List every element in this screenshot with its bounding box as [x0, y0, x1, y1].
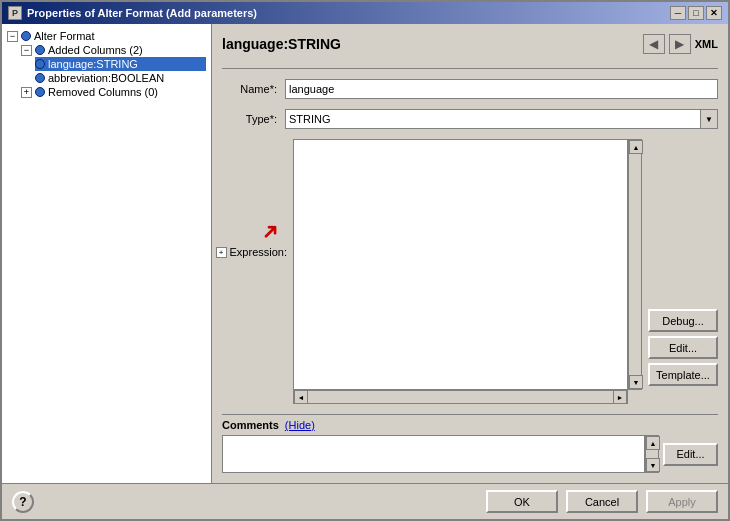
tree-item2-row: abbreviation:BOOLEAN [7, 71, 206, 85]
expression-checkbox[interactable]: + [216, 247, 227, 258]
right-panel: language:STRING ◀ ▶ XML Name*: Type*: ST… [212, 24, 728, 483]
comments-hide-button[interactable]: (Hide) [285, 419, 315, 431]
expression-left: ➜ + Expression: [222, 139, 287, 404]
main-content: − Alter Format − Added Columns (2) langu… [2, 24, 728, 483]
comments-textbox[interactable] [222, 435, 645, 473]
tree-item1-row: language:STRING [7, 57, 206, 71]
comments-area: ▲ ▼ Edit... [222, 435, 718, 473]
vscroll-track [629, 154, 641, 375]
type-select[interactable]: STRING BOOLEAN INTEGER FLOAT DATE [285, 109, 718, 129]
removed-columns-label: Removed Columns (0) [48, 86, 158, 98]
removed-columns-row: + Removed Columns (0) [7, 85, 206, 99]
ok-button[interactable]: OK [486, 490, 558, 513]
expression-hscrollbar: ◄ ► [293, 390, 628, 404]
apply-button[interactable]: Apply [646, 490, 718, 513]
close-button[interactable]: ✕ [706, 6, 722, 20]
expression-wrapper: ▲ ▼ ◄ ► [293, 139, 642, 404]
h-scrollbar-row: ◄ ► [293, 390, 642, 404]
tree-root[interactable]: − Alter Format [7, 29, 206, 43]
maximize-button[interactable]: □ [688, 6, 704, 20]
name-label: Name*: [222, 83, 277, 95]
tree-item-language[interactable]: language:STRING [35, 57, 206, 71]
comments-edit-button[interactable]: Edit... [663, 443, 718, 466]
tree-expand-removed[interactable]: + [21, 87, 32, 98]
root-label: Alter Format [34, 30, 95, 42]
added-columns-label: Added Columns (2) [48, 44, 143, 56]
expression-textbox[interactable] [293, 139, 628, 390]
comments-scroll-track [646, 450, 658, 458]
panel-title: language:STRING [222, 36, 341, 52]
xml-label[interactable]: XML [695, 38, 718, 50]
window-title: Properties of Alter Format (Add paramete… [27, 7, 257, 19]
added-columns-row: − Added Columns (2) [7, 43, 206, 57]
template-button[interactable]: Template... [648, 363, 718, 386]
root-icon [21, 31, 31, 41]
type-label: Type*: [222, 113, 277, 125]
abbreviation-label: abbreviation:BOOLEAN [48, 72, 164, 84]
abbreviation-icon [35, 73, 45, 83]
main-window: P Properties of Alter Format (Add parame… [0, 0, 730, 521]
nav-back-button[interactable]: ◀ [643, 34, 665, 54]
type-select-arrow[interactable]: ▼ [700, 109, 718, 129]
right-panel-header: language:STRING ◀ ▶ XML [222, 34, 718, 54]
expression-buttons: Debug... Edit... Template... [648, 139, 718, 404]
expression-section: ➜ + Expression: ▲ [222, 139, 718, 404]
title-bar-left: P Properties of Alter Format (Add parame… [8, 6, 257, 20]
name-input[interactable] [285, 79, 718, 99]
cancel-button[interactable]: Cancel [566, 490, 638, 513]
added-columns-icon [35, 45, 45, 55]
title-bar: P Properties of Alter Format (Add parame… [2, 2, 728, 24]
vscroll-up-btn[interactable]: ▲ [629, 140, 643, 154]
tree-added-columns[interactable]: − Added Columns (2) [21, 43, 206, 57]
comments-section: Comments (Hide) ▲ ▼ Edit... [222, 410, 718, 473]
language-icon [35, 59, 45, 69]
tree-item-abbreviation[interactable]: abbreviation:BOOLEAN [35, 71, 206, 85]
type-select-wrapper: STRING BOOLEAN INTEGER FLOAT DATE ▼ [285, 109, 718, 129]
tree-expand-root[interactable]: − [7, 31, 18, 42]
help-button[interactable]: ? [12, 491, 34, 513]
type-row: Type*: STRING BOOLEAN INTEGER FLOAT DATE… [222, 109, 718, 129]
name-row: Name*: [222, 79, 718, 99]
header-nav: ◀ ▶ XML [643, 34, 718, 54]
hscroll-left-btn[interactable]: ◄ [294, 390, 308, 404]
nav-forward-button[interactable]: ▶ [669, 34, 691, 54]
minimize-button[interactable]: ─ [670, 6, 686, 20]
removed-columns-icon [35, 87, 45, 97]
comments-divider [222, 414, 718, 415]
scrollbar-corner [628, 390, 642, 404]
expression-label: Expression: [230, 246, 287, 258]
header-divider [222, 68, 718, 69]
vscroll-down-btn[interactable]: ▼ [629, 375, 643, 389]
arrow-indicator: ➜ [254, 216, 285, 247]
tree-removed-columns[interactable]: + Removed Columns (0) [21, 85, 206, 99]
comments-scroll-up[interactable]: ▲ [646, 436, 660, 450]
footer-buttons: OK Cancel Apply [486, 490, 718, 513]
title-bar-buttons: ─ □ ✕ [670, 6, 722, 20]
window-icon: P [8, 6, 22, 20]
comments-label: Comments [222, 419, 279, 431]
comments-header: Comments (Hide) [222, 419, 718, 431]
hscroll-right-btn[interactable]: ► [613, 390, 627, 404]
language-label: language:STRING [48, 58, 138, 70]
expression-label-row: + Expression: [216, 246, 287, 258]
tree-expand-added[interactable]: − [21, 45, 32, 56]
expression-vscrollbar: ▲ ▼ [628, 139, 642, 390]
comments-scroll-down[interactable]: ▼ [646, 458, 660, 472]
edit-button[interactable]: Edit... [648, 336, 718, 359]
comments-vscrollbar: ▲ ▼ [645, 435, 659, 473]
debug-button[interactable]: Debug... [648, 309, 718, 332]
tree-panel: − Alter Format − Added Columns (2) langu… [2, 24, 212, 483]
expression-main-row: ▲ ▼ [293, 139, 642, 390]
dialog-footer: ? OK Cancel Apply [2, 483, 728, 519]
